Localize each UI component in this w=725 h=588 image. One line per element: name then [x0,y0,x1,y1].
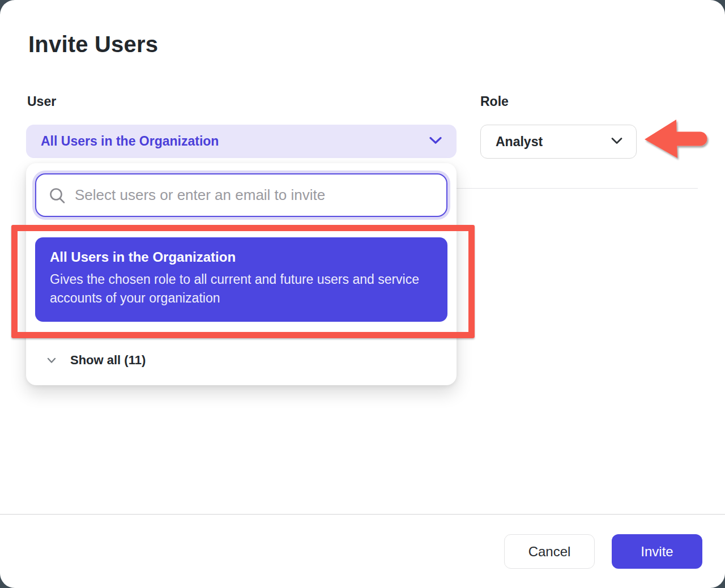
role-field-label: Role [480,94,509,109]
show-all-label: Show all (11) [70,353,146,368]
user-select[interactable]: All Users in the Organization [26,125,457,158]
role-select[interactable]: Analyst [480,125,637,159]
chevron-down-icon [429,137,442,147]
option-description: Gives the chosen role to all current and… [50,270,433,308]
user-dropdown-panel: All Users in the Organization Gives the … [26,163,457,385]
show-all-toggle[interactable]: Show all (11) [26,349,457,372]
chevron-down-icon [47,357,56,364]
footer-divider [0,514,725,515]
option-all-users[interactable]: All Users in the Organization Gives the … [35,237,447,322]
user-select-value: All Users in the Organization [41,134,429,149]
chevron-down-icon [611,137,622,147]
invite-users-modal: Invite Users User Role All Users in the … [0,0,725,588]
cancel-button[interactable]: Cancel [504,534,595,569]
option-title: All Users in the Organization [50,249,433,265]
search-box [35,173,447,217]
search-input[interactable] [75,186,435,204]
role-select-value: Analyst [496,134,611,150]
search-icon [49,187,66,204]
user-field-label: User [27,94,56,109]
invite-button[interactable]: Invite [612,534,702,569]
red-arrow-left-icon [643,113,711,165]
page-title: Invite Users [28,32,158,57]
